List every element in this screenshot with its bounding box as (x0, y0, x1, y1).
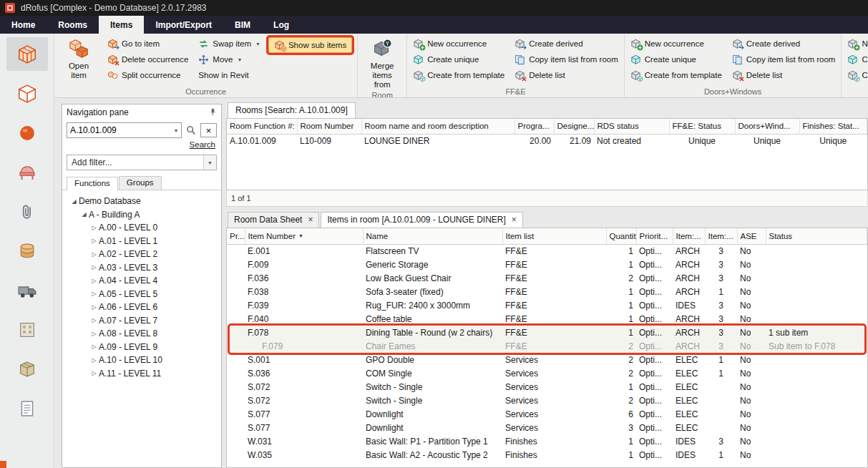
nav-tab[interactable]: Functions (67, 177, 118, 190)
item-row[interactable]: E.001 Flatscreen TV FF&E 1 Opti... ARCH … (227, 245, 867, 259)
close-tab-icon[interactable]: × (308, 215, 313, 225)
sidebar-item-reports[interactable] (6, 391, 48, 425)
tree-expander-icon[interactable]: ▷ (89, 225, 99, 231)
dw-create-from-template-button[interactable]: Create from template (625, 67, 727, 83)
menu-tab[interactable]: Items (99, 16, 144, 34)
tree-expander-icon[interactable]: ▷ (89, 291, 99, 297)
tree-expander-icon[interactable]: ▷ (89, 264, 99, 270)
tree-item[interactable]: ▷ A.04 - LEVEL 4 (64, 274, 220, 288)
add-filter-dropdown[interactable]: Add filter... ▼ (67, 155, 217, 170)
menu-tab[interactable]: Rooms (47, 16, 99, 34)
ffe-create-from-template-button[interactable]: Create from template (408, 67, 509, 83)
column-header-room-name[interactable]: Room name and room description (361, 119, 515, 135)
delete-occurrence-button[interactable]: Delete occurrence (102, 52, 193, 67)
tree-expander-icon[interactable]: ▷ (89, 278, 99, 284)
menu-tab[interactable]: Home (0, 16, 47, 34)
detail-tab[interactable]: Room Data Sheet × (228, 212, 319, 228)
menu-tab[interactable]: Log (262, 16, 301, 34)
tree-expander-icon[interactable]: ▷ (89, 304, 99, 311)
column-header-rds-status[interactable]: RDS status (594, 119, 669, 135)
column-header-status[interactable]: Status (766, 228, 867, 245)
tree-item[interactable]: ▷ A.08 - LEVEL 8 (64, 327, 220, 341)
item-row[interactable]: F.036 Low Back Guest Chair FF&E 2 Opti..… (227, 272, 867, 286)
item-row[interactable]: S.077 Downlight Services 3 Opti... ELEC … (227, 421, 867, 435)
column-header-item-resp[interactable]: Item:... (673, 228, 705, 245)
sidebar-item-items[interactable] (6, 37, 48, 71)
column-header-finishes-status[interactable]: Finishes: Stat... (799, 119, 867, 135)
tree-expander-icon[interactable]: ▷ (89, 343, 99, 350)
item-row[interactable]: F.009 Generic Storage FF&E 1 Opti... ARC… (227, 258, 867, 272)
tree-item[interactable]: ▷ A.05 - LEVEL 5 (64, 288, 220, 301)
column-header-item-number[interactable]: Item Number▼ (245, 228, 363, 245)
search-combobox[interactable]: ▼ (67, 122, 182, 138)
sidebar-item-furniture[interactable] (6, 155, 48, 189)
move-button[interactable]: Move ▼ (193, 52, 265, 67)
tree-item[interactable]: ◢ Demo Database (64, 195, 220, 208)
rooms-tab[interactable]: Rooms [Search: A.10.01.009] (228, 102, 356, 118)
tree-item[interactable]: ▷ A.02 - LEVEL 2 (64, 248, 220, 261)
clear-search-button[interactable]: × (200, 123, 217, 137)
column-header-room-function[interactable]: Room Function #: (227, 119, 297, 135)
ffe-create-unique-button[interactable]: Create unique (408, 52, 509, 67)
column-header-designed[interactable]: Designe... (554, 119, 594, 135)
show-sub-items-button[interactable]: Show sub items (268, 37, 352, 53)
tree-item[interactable]: ▷ A.06 - LEVEL 6 (64, 301, 220, 314)
item-row[interactable]: W.031 Basic Wall: P1 - Partition Type 1 … (227, 435, 867, 449)
search-input[interactable] (67, 125, 171, 135)
column-header-room-number[interactable]: Room Number (297, 119, 361, 135)
detail-tab[interactable]: Items in room [A.10.01.009 - LOUNGE DINE… (321, 212, 522, 228)
split-occurrence-button[interactable]: Split occurrence (102, 67, 193, 83)
column-header-item-list[interactable]: Item list (502, 228, 606, 245)
ffe-delete-list-button[interactable]: Delete list (509, 67, 623, 83)
search-dropdown-caret-icon[interactable]: ▼ (171, 128, 181, 133)
column-header-name[interactable]: Name (363, 228, 502, 245)
merge-items-from-button[interactable]: Merge items from (359, 34, 406, 90)
dw-new-occurrence-button[interactable]: New occurrence (625, 36, 727, 52)
item-row[interactable]: S.036 COM Single Services 2 Opti... ELEC… (227, 367, 867, 381)
close-tab-icon[interactable]: × (512, 215, 517, 225)
dw-create-unique-button[interactable]: Create unique (625, 52, 727, 67)
column-header-ase[interactable]: ASE (737, 228, 766, 245)
tree-expander-icon[interactable]: ▷ (89, 370, 99, 376)
tree-item[interactable]: ▷ A.07 - LEVEL 7 (64, 314, 220, 328)
sidebar-item-attachments[interactable] (6, 195, 48, 228)
tree-expander-icon[interactable]: ▷ (89, 251, 99, 258)
tree-expander-icon[interactable]: ▷ (89, 357, 99, 364)
ffe-copy-item-list-button[interactable]: Copy item list from room (509, 52, 623, 67)
column-header-ffe-status[interactable]: FF&E: Status (669, 119, 735, 135)
dw-delete-list-button[interactable]: Delete list (727, 67, 841, 83)
tree-item[interactable]: ▷ A.11 - LEVEL 11 (64, 367, 220, 381)
tree-item[interactable]: ▷ A.10 - LEVEL 10 (64, 354, 220, 367)
overflow-create-from-template-button[interactable]: Create from template (842, 67, 868, 83)
column-header-quantity[interactable]: Quantity (606, 228, 636, 245)
column-header-item-level[interactable]: Item:... (705, 228, 737, 245)
column-header-priority-flag[interactable]: Pr... (227, 228, 245, 245)
item-row[interactable]: F.038 Sofa 3-seater (fixed) FF&E 1 Opti.… (227, 286, 867, 299)
item-row[interactable]: F.040 Coffee table FF&E 1 Opti... ARCH 3… (227, 313, 867, 326)
item-row[interactable]: F.039 Rug_FUR: 2400 x 3000mm FF&E 1 Opti… (227, 299, 867, 313)
column-header-programmed[interactable]: Progra... (515, 119, 554, 135)
sidebar-item-logistics[interactable] (6, 273, 48, 307)
tree-item[interactable]: ▷ A.00 - LEVEL 0 (64, 221, 220, 235)
swap-item-button[interactable]: Swap item ▼ (193, 36, 265, 52)
sidebar-item-packages[interactable] (6, 352, 48, 386)
sidebar-item-finance[interactable] (6, 234, 48, 268)
tree-expander-icon[interactable]: ◢ (69, 198, 79, 205)
item-row[interactable]: S.001 GPO Double Services 2 Opti... ELEC… (227, 354, 867, 367)
tree-expander-icon[interactable]: ▷ (89, 331, 99, 337)
dw-create-derived-button[interactable]: Create derived (727, 36, 841, 52)
sidebar-item-occurrences[interactable] (6, 77, 48, 110)
ffe-create-derived-button[interactable]: Create derived (509, 36, 623, 52)
item-row[interactable]: F.078 Dining Table - Round (w 2 chairs) … (227, 326, 867, 340)
tree-item[interactable]: ▷ A.01 - LEVEL 1 (64, 235, 220, 248)
tree-expander-icon[interactable]: ▷ (89, 317, 99, 323)
item-row[interactable]: S.072 Switch - Single Services 1 Opti...… (227, 381, 867, 394)
sidebar-item-buildings[interactable] (6, 313, 48, 346)
dw-copy-item-list-button[interactable]: Copy item list from room (727, 52, 841, 67)
overflow-new-occurrence-button[interactable]: New occurrence (842, 36, 868, 52)
tree-expander-icon[interactable]: ◢ (79, 211, 89, 218)
go-to-item-button[interactable]: Go to item (102, 36, 193, 52)
tree-item[interactable]: ▷ A.03 - LEVEL 3 (64, 261, 220, 275)
tree-expander-icon[interactable]: ▷ (89, 238, 99, 244)
search-link[interactable]: Search (190, 140, 215, 149)
